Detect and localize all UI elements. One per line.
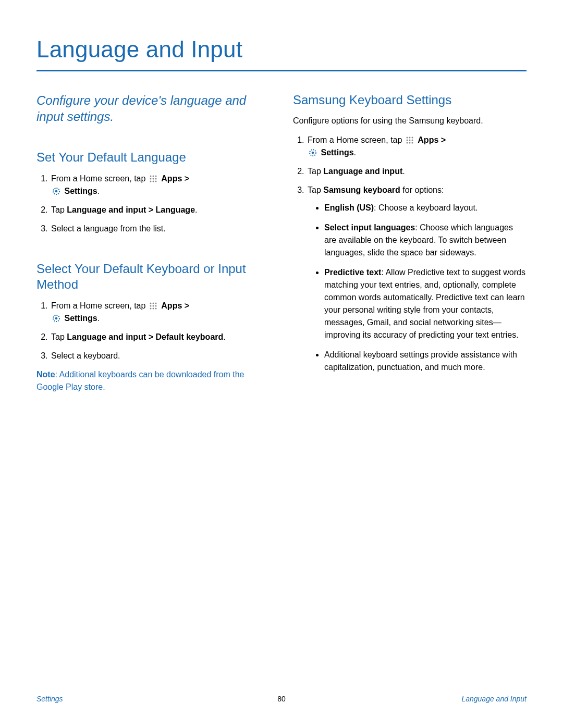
svg-point-7: [152, 181, 154, 182]
apps-icon: [406, 136, 414, 144]
right-column: Samsung Keyboard Settings Configure opti…: [293, 92, 527, 393]
two-column-layout: Configure your device's language and inp…: [36, 92, 527, 393]
step-text: >: [185, 301, 189, 310]
svg-point-13: [155, 303, 156, 304]
svg-point-32: [312, 152, 314, 154]
step-text: .: [223, 332, 225, 341]
svg-point-26: [409, 140, 410, 141]
svg-point-4: [152, 178, 154, 180]
svg-point-12: [152, 303, 154, 304]
step-text: From a Home screen, tap: [51, 301, 148, 310]
intro-text: Configure your device's language and inp…: [36, 92, 270, 125]
step-text: .: [195, 205, 197, 214]
step-text: .: [354, 148, 356, 157]
step-bold: Language and input: [323, 167, 402, 176]
bullet-bold: Select input languages: [324, 223, 415, 232]
svg-point-11: [150, 303, 151, 304]
list-item: Predictive text: Allow Predictive text t…: [324, 266, 527, 341]
heading-set-default-language: Set Your Default Language: [36, 150, 270, 165]
svg-point-28: [406, 142, 408, 144]
svg-point-19: [155, 308, 156, 310]
select-default-keyboard-steps: From a Home screen, tap Apps > Settings.…: [36, 300, 270, 362]
apps-icon: [149, 175, 157, 183]
step-text: Tap: [308, 186, 323, 194]
document-page: Language and Input Configure your device…: [0, 0, 563, 728]
list-item: From a Home screen, tap Apps > Settings.: [307, 134, 527, 159]
bullet-bold: Predictive text: [324, 268, 381, 277]
samsung-keyboard-options: English (US): Choose a keyboard layout. …: [308, 202, 527, 374]
step-text: Tap: [51, 205, 67, 214]
list-item: From a Home screen, tap Apps > Settings.: [50, 172, 270, 198]
page-title: Language and Input: [36, 36, 527, 70]
list-item: Additional keyboard settings provide ass…: [324, 349, 527, 374]
svg-point-30: [411, 142, 413, 144]
page-number: 80: [36, 695, 527, 703]
step-text: >: [441, 135, 446, 144]
note-text: Note: Additional keyboards can be downlo…: [36, 368, 270, 393]
spacer: [36, 241, 270, 258]
svg-point-22: [406, 137, 408, 139]
settings-icon: [52, 187, 60, 195]
left-column: Configure your device's language and inp…: [36, 92, 270, 393]
svg-point-8: [155, 181, 156, 182]
svg-point-16: [155, 305, 156, 307]
step-text: for options:: [400, 186, 444, 194]
step-bold: Language and input > Default keyboard: [67, 332, 223, 341]
list-item: English (US): Choose a keyboard layout.: [324, 202, 527, 214]
bullet-text: : Choose a keyboard layout.: [374, 203, 478, 212]
svg-point-1: [152, 176, 154, 177]
title-rule: [36, 70, 527, 71]
svg-point-18: [152, 308, 154, 310]
set-default-language-steps: From a Home screen, tap Apps > Settings.…: [36, 172, 270, 235]
note-body: : Additional keyboards can be downloaded…: [36, 370, 244, 391]
samsung-keyboard-steps: From a Home screen, tap Apps > Settings.…: [293, 134, 527, 374]
settings-label: Settings: [64, 314, 97, 323]
apps-label: Apps: [161, 301, 182, 310]
settings-label: Settings: [321, 148, 353, 157]
list-item: Tap Language and input.: [307, 165, 527, 178]
bullet-bold: English (US): [324, 203, 374, 212]
list-item: Select a keyboard.: [50, 350, 270, 362]
lead-text: Configure options for using the Samsung …: [293, 115, 527, 127]
svg-point-6: [150, 181, 151, 182]
svg-point-2: [155, 176, 156, 177]
settings-icon: [309, 149, 317, 157]
svg-point-27: [411, 140, 413, 141]
list-item: Tap Language and input > Default keyboar…: [50, 331, 270, 343]
step-bold: Language and input > Language: [67, 205, 195, 214]
apps-label: Apps: [418, 135, 438, 144]
step-text: Tap: [51, 332, 67, 341]
note-label: Note: [36, 370, 55, 379]
step-text: >: [185, 174, 189, 183]
step-text: .: [97, 314, 100, 323]
settings-label: Settings: [64, 187, 97, 195]
step-text: .: [97, 187, 100, 195]
bullet-text: : Allow Predictive text to suggest words…: [324, 268, 525, 339]
svg-point-5: [155, 178, 156, 180]
heading-select-default-keyboard: Select Your Default Keyboard or Input Me…: [36, 261, 270, 292]
list-item: From a Home screen, tap Apps > Settings.: [50, 300, 270, 325]
step-bold: Samsung keyboard: [323, 186, 400, 194]
bullet-text: Additional keyboard settings provide ass…: [324, 350, 517, 372]
step-text: Tap: [308, 167, 323, 176]
svg-point-23: [409, 137, 410, 139]
svg-point-25: [406, 140, 408, 141]
apps-icon: [149, 302, 157, 310]
svg-point-15: [152, 305, 154, 307]
list-item: Select input languages: Choose which lan…: [324, 221, 527, 259]
svg-point-17: [150, 308, 151, 310]
list-item: Select a language from the list.: [50, 223, 270, 235]
apps-label: Apps: [161, 174, 182, 183]
list-item: Tap Language and input > Language.: [50, 204, 270, 216]
step-text: From a Home screen, tap: [308, 135, 405, 144]
svg-point-0: [150, 176, 151, 177]
svg-point-10: [55, 190, 58, 193]
step-text: From a Home screen, tap: [51, 174, 148, 183]
svg-point-3: [150, 178, 151, 180]
page-footer: Settings 80 Language and Input: [36, 695, 527, 703]
step-text: .: [402, 167, 405, 176]
svg-point-29: [409, 142, 410, 144]
svg-point-14: [150, 305, 151, 307]
heading-samsung-keyboard-settings: Samsung Keyboard Settings: [293, 92, 527, 108]
list-item: Tap Samsung keyboard for options: Englis…: [307, 184, 527, 374]
